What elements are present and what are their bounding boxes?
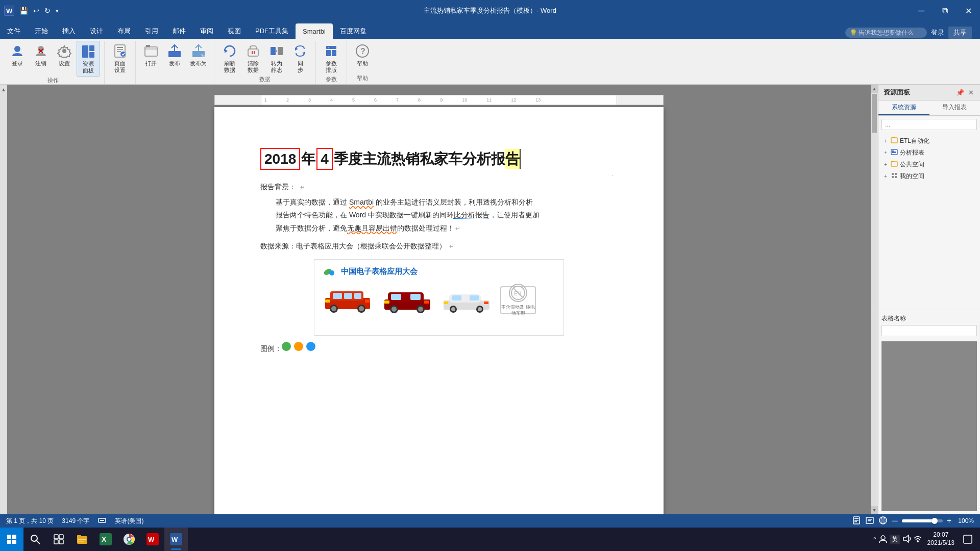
quarter-param-box[interactable]: 4 bbox=[316, 148, 333, 170]
tab-start[interactable]: 开始 bbox=[28, 23, 55, 39]
quick-access-dropdown[interactable]: ▾ bbox=[54, 8, 61, 14]
svg-text:W: W bbox=[172, 536, 178, 543]
taskbar-app-explorer[interactable] bbox=[70, 528, 94, 551]
tab-import-report[interactable]: 导入报表 bbox=[929, 101, 981, 115]
tree-item-analysis[interactable]: + 分析报表 bbox=[880, 147, 978, 159]
taskbar-left: X W W bbox=[0, 528, 188, 551]
tray-ime[interactable]: 英 bbox=[890, 535, 900, 544]
open-btn[interactable]: 打开 bbox=[140, 41, 162, 69]
tab-system-resources[interactable]: 系统资源 bbox=[878, 101, 929, 115]
no-ev-icon: EV bbox=[509, 284, 527, 302]
publish-as-btn[interactable]: 为 发布为 bbox=[187, 41, 210, 69]
sync-btn[interactable]: 同步 bbox=[289, 41, 311, 76]
view-web-icon[interactable] bbox=[865, 516, 874, 527]
convert-static-btn[interactable]: 转为静态 bbox=[265, 41, 288, 76]
tray-network-icon[interactable] bbox=[913, 534, 922, 545]
zoom-level[interactable]: 100% bbox=[955, 517, 974, 524]
tab-smartbi[interactable]: Smartbi bbox=[296, 23, 333, 39]
panel-close-btn[interactable]: ✕ bbox=[967, 89, 975, 96]
login-ribbon-btn[interactable]: 登录 bbox=[6, 41, 29, 69]
tab-view[interactable]: 视图 bbox=[220, 23, 248, 39]
tray-user-icon[interactable] bbox=[878, 534, 888, 545]
minimize-button[interactable]: ─ bbox=[910, 0, 933, 21]
taskbar-app-chrome[interactable] bbox=[117, 528, 141, 551]
scrollbar-thumb[interactable] bbox=[871, 93, 878, 134]
taskbar-app-excel[interactable]: X bbox=[94, 528, 117, 551]
tray-arrow[interactable]: ^ bbox=[873, 536, 876, 543]
settings-ribbon-btn[interactable]: 设置 bbox=[53, 41, 76, 69]
zoom-out-btn[interactable]: ─ bbox=[892, 516, 897, 525]
tab-mail[interactable]: 邮件 bbox=[165, 23, 193, 39]
start-button[interactable] bbox=[0, 528, 23, 551]
view-read-icon[interactable] bbox=[878, 516, 888, 527]
tab-layout[interactable]: 布局 bbox=[110, 23, 138, 39]
tab-review[interactable]: 审阅 bbox=[193, 23, 220, 39]
body-line-3: 聚焦于数据分析，避免无趣且容易出错的数据处理过程！↵ bbox=[276, 222, 618, 235]
tab-design[interactable]: 设计 bbox=[83, 23, 110, 39]
logout-ribbon-btn[interactable]: 注销 bbox=[30, 41, 52, 69]
panel-pin-btn[interactable]: 📌 bbox=[955, 89, 965, 96]
notification-center-btn[interactable] bbox=[960, 528, 976, 551]
org-logo bbox=[323, 265, 337, 279]
clear-data-btn[interactable]: 清除数据 bbox=[242, 41, 264, 76]
document-image-area: 中国电子表格应用大会 bbox=[260, 259, 618, 336]
year-param-box[interactable]: 2018 bbox=[260, 148, 300, 170]
svg-rect-78 bbox=[895, 173, 897, 175]
panel-preview bbox=[881, 341, 977, 512]
taskbar-clock[interactable]: 20:07 2021/5/13 bbox=[924, 530, 958, 548]
zoom-in-btn[interactable]: + bbox=[947, 516, 951, 525]
datasource-mark: ↵ bbox=[449, 243, 454, 250]
track-icon[interactable] bbox=[97, 516, 107, 527]
svg-rect-102 bbox=[59, 540, 63, 544]
tab-pdf[interactable]: PDF工具集 bbox=[248, 23, 296, 39]
svg-rect-12 bbox=[117, 49, 123, 50]
taskbar-taskview-btn[interactable] bbox=[47, 528, 70, 551]
scroll-up-btn[interactable]: ▲ bbox=[0, 85, 7, 514]
close-button[interactable]: ✕ bbox=[957, 0, 980, 21]
body-line-2: 报告两个特色功能，在 Word 中实现数据一键刷新的同环比分析报告，让使用者更加 bbox=[276, 209, 618, 221]
zoom-slider-thumb[interactable] bbox=[932, 518, 938, 524]
page-settings-btn[interactable]: 页面设置 bbox=[109, 41, 131, 76]
publish-btn[interactable]: 发布 bbox=[163, 41, 186, 69]
zoom-slider-fill bbox=[902, 519, 935, 522]
tree-item-public[interactable]: + 公共空间 bbox=[880, 159, 978, 170]
redo-btn[interactable]: ↻ bbox=[42, 7, 53, 14]
status-right: ─ + 100% bbox=[852, 516, 974, 527]
scroll-down-arrow[interactable]: ▼ bbox=[871, 506, 878, 514]
share-button[interactable]: 共享 bbox=[948, 27, 972, 39]
resource-panel-icon bbox=[80, 43, 96, 60]
document-area[interactable]: 12345678910111213 2018 年 4 季度主流热销私家车分析报 … bbox=[7, 85, 871, 514]
panel-search-input[interactable] bbox=[881, 119, 977, 130]
panel-table-name-input[interactable] bbox=[881, 325, 977, 336]
tab-baidu[interactable]: 百度网盘 bbox=[333, 23, 374, 39]
view-print-icon[interactable] bbox=[852, 516, 861, 527]
undo-btn[interactable]: ↩ bbox=[31, 7, 41, 14]
params-group-label: 参数 bbox=[326, 76, 337, 85]
taskbar-search-btn[interactable] bbox=[23, 528, 47, 551]
tab-insert[interactable]: 插入 bbox=[55, 23, 83, 39]
restore-button[interactable]: ⧉ bbox=[933, 0, 957, 21]
taskbar-app-wps[interactable]: W bbox=[141, 528, 164, 551]
scroll-up-arrow[interactable]: ▲ bbox=[871, 85, 878, 93]
tab-file[interactable]: 文件 bbox=[0, 23, 28, 39]
tree-item-etl[interactable]: + ETL自动化 bbox=[880, 135, 978, 147]
param-layout-btn[interactable]: a 参数排版 bbox=[320, 41, 342, 76]
open-icon bbox=[143, 43, 159, 59]
refresh-data-btn[interactable]: 刷新数据 bbox=[218, 41, 241, 76]
tab-references[interactable]: 引用 bbox=[138, 23, 165, 39]
tree-label-analysis: 分析报表 bbox=[900, 148, 924, 157]
help-btn[interactable]: ? 帮助 bbox=[351, 41, 374, 69]
car-mpv bbox=[323, 285, 374, 315]
svg-rect-21 bbox=[248, 49, 258, 56]
zoom-slider[interactable] bbox=[902, 519, 943, 522]
logout-icon bbox=[33, 43, 49, 59]
tree-item-myspace[interactable]: + 我的空间 bbox=[880, 170, 978, 182]
login-link[interactable]: 登录 bbox=[931, 28, 944, 37]
ribbon-search-input[interactable] bbox=[845, 28, 927, 38]
save-btn[interactable]: 💾 bbox=[17, 7, 30, 14]
login-icon bbox=[9, 43, 26, 59]
resource-panel-btn[interactable]: 资源面板 bbox=[77, 41, 100, 77]
tray-volume-icon[interactable] bbox=[902, 534, 911, 545]
clear-data-btn-label: 清除数据 bbox=[248, 60, 259, 73]
taskbar-app-word[interactable]: W bbox=[164, 528, 188, 551]
